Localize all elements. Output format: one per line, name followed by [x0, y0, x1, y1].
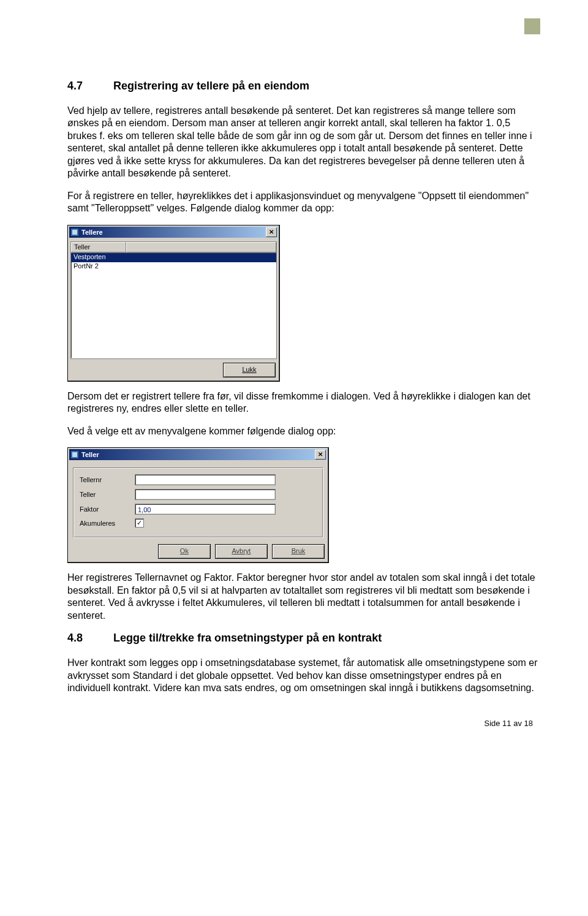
dialog-teller: Teller ✕ Tellernr Teller Faktor 1,00 Aku…: [67, 447, 329, 563]
input-tellernr[interactable]: [135, 474, 276, 485]
section-title: Legge til/trekke fra omsetningstyper på …: [113, 632, 382, 644]
paragraph: Hver kontrakt som legges opp i omsetning…: [67, 657, 539, 694]
section-heading-4-8: 4.8 Legge til/trekke fra omsetningstyper…: [67, 632, 539, 645]
checkbox-akumuleres[interactable]: ✓: [135, 518, 144, 528]
titlebar[interactable]: Tellere ✕: [69, 227, 278, 238]
column-header[interactable]: Teller: [71, 242, 126, 252]
paragraph: Dersom det er registrert tellere fra før…: [67, 390, 539, 415]
paragraph: Ved hjelp av tellere, registreres antall…: [67, 105, 539, 180]
label-akumuleres: Akumuleres: [80, 520, 135, 527]
list-item[interactable]: Vestporten: [71, 253, 276, 262]
app-icon: [70, 228, 79, 237]
lukk-button[interactable]: Lukk: [223, 363, 276, 377]
list-item[interactable]: PortNr 2: [71, 262, 276, 271]
column-header-blank[interactable]: [126, 242, 276, 252]
dialog-tellere: Tellere ✕ Teller Vestporten PortNr 2 Luk…: [67, 225, 280, 382]
section-title: Registrering av tellere på en eiendom: [113, 80, 309, 92]
close-icon[interactable]: ✕: [266, 227, 277, 237]
paragraph: Her registreres Tellernavnet og Faktor. …: [67, 572, 539, 622]
section-number: 4.7: [67, 80, 110, 93]
bruk-button[interactable]: Bruk: [272, 544, 325, 559]
dialog-title: Tellere: [81, 229, 266, 236]
app-icon: [70, 450, 79, 459]
page-swatch: [524, 18, 540, 34]
titlebar[interactable]: Teller ✕: [69, 449, 327, 460]
svg-rect-1: [72, 230, 77, 235]
dialog-title: Teller: [81, 451, 315, 458]
document-page: 4.7 Registrering av tellere på en eiendo…: [0, 0, 588, 752]
form-group: Tellernr Teller Faktor 1,00 Akumuleres ✓: [73, 467, 323, 538]
close-icon[interactable]: ✕: [315, 450, 326, 460]
section-heading-4-7: 4.7 Registrering av tellere på en eiendo…: [67, 80, 539, 93]
teller-listbox[interactable]: Teller Vestporten PortNr 2: [70, 241, 277, 359]
page-footer: Side 11 av 18: [67, 719, 539, 728]
label-tellernr: Tellernr: [80, 476, 135, 483]
list-header: Teller: [71, 242, 276, 253]
input-teller[interactable]: [135, 489, 276, 500]
ok-button[interactable]: Ok: [158, 544, 211, 559]
paragraph: For å registrere en teller, høyreklikkes…: [67, 190, 539, 215]
input-faktor[interactable]: 1,00: [135, 504, 276, 515]
paragraph: Ved å velge ett av menyvalgene kommer fø…: [67, 425, 539, 437]
label-faktor: Faktor: [80, 505, 135, 513]
avbryt-button[interactable]: Avbryt: [215, 544, 268, 559]
label-teller: Teller: [80, 491, 135, 498]
svg-rect-3: [72, 452, 77, 457]
section-number: 4.8: [67, 632, 110, 645]
